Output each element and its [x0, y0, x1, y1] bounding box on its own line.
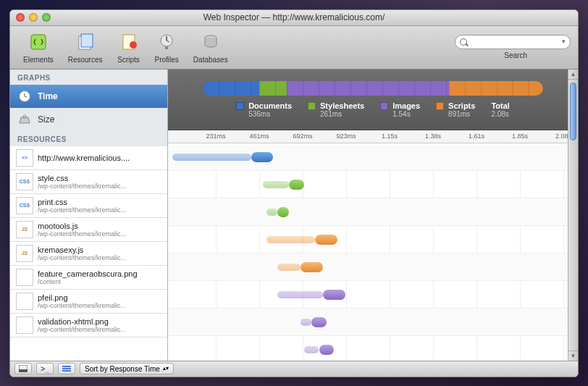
resource-name: style.css — [38, 174, 126, 182]
response-bar — [319, 345, 335, 355]
traffic-lights — [16, 13, 51, 22]
resource-item[interactable]: validation-xhtml.png /wp-content/themes/… — [10, 314, 167, 337]
resource-name: validation-xhtml.png — [38, 317, 126, 326]
elements-tab[interactable]: Elements — [17, 29, 59, 65]
timeline-row[interactable] — [168, 309, 578, 336]
search-label: Search — [504, 51, 527, 59]
scroll-up-icon[interactable]: ▲ — [568, 70, 578, 80]
profiles-tab[interactable]: Profiles — [149, 29, 185, 65]
resource-item[interactable]: JS mootools.js /wp-content/themes/kremal… — [10, 218, 167, 242]
minimize-button[interactable] — [29, 13, 38, 22]
list-view-button[interactable] — [58, 363, 75, 374]
legend-item: Images 1.54s — [380, 101, 420, 118]
ruler-tick: 231ms — [206, 133, 225, 140]
legend-item: Scripts 891ms — [436, 101, 475, 118]
legend-item: Documents 536ms — [236, 101, 292, 118]
resource-path: /wp-content/themes/kremalic... — [38, 206, 126, 214]
timeline[interactable] — [168, 143, 578, 361]
svg-rect-8 — [165, 46, 168, 49]
ruler-tick: 461ms — [249, 133, 269, 140]
response-bar — [323, 290, 345, 300]
console-button[interactable]: >_ — [36, 363, 54, 374]
response-bar — [301, 262, 323, 272]
inspector-window: Web Inspector — http://www.kremalicious.… — [9, 9, 579, 377]
response-bar — [315, 235, 337, 245]
resource-path: /wp-content/themes/kremalic... — [38, 254, 126, 261]
sidebar-item-size[interactable]: Size — [10, 108, 167, 131]
response-bar — [289, 180, 304, 190]
summary-segment — [259, 81, 287, 96]
content: Documents 536ms Stylesheets 261ms Images… — [168, 70, 578, 361]
elements-icon — [27, 30, 50, 54]
resource-name: print.css — [38, 198, 126, 206]
ruler-tick: 1.85s — [512, 133, 528, 140]
resource-item[interactable]: CSS style.css /wp-content/themes/kremali… — [10, 170, 167, 194]
search-input[interactable]: ▾ — [455, 35, 571, 49]
vertical-scrollbar[interactable]: ▲ ▼ — [568, 70, 578, 361]
timeline-row[interactable] — [168, 198, 578, 226]
scroll-down-icon[interactable]: ▼ — [568, 351, 578, 361]
main: GRAPHS Time Size RESOURCES <> http://www… — [10, 70, 578, 361]
legend-value: 891ms — [448, 110, 475, 118]
clock-icon — [17, 89, 32, 104]
timeline-row[interactable] — [168, 253, 578, 281]
resource-path: /wp-content/themes/kremalic... — [38, 326, 126, 333]
databases-tab[interactable]: Databases — [188, 29, 234, 65]
sort-selector[interactable]: Sort by Response Time ▴▾ — [80, 363, 174, 374]
legend-name: Scripts — [448, 101, 475, 110]
svg-point-4 — [130, 41, 137, 49]
file-icon — [16, 269, 33, 286]
resources-tab[interactable]: Resources — [62, 29, 109, 65]
timeline-row[interactable] — [168, 336, 578, 361]
legend-name: Documents — [248, 101, 292, 110]
ruler-tick: 1.15s — [382, 133, 398, 140]
svg-rect-2 — [81, 34, 93, 47]
timeline-row[interactable] — [168, 226, 578, 253]
close-button[interactable] — [16, 13, 25, 22]
timeline-row[interactable] — [168, 143, 578, 171]
svg-rect-15 — [19, 369, 28, 372]
legend-item: Stylesheets 261ms — [308, 101, 364, 118]
legend-swatch — [236, 102, 244, 110]
zoom-button[interactable] — [42, 13, 51, 22]
resource-item[interactable]: JS kremasexy.js /wp-content/themes/krema… — [10, 242, 167, 266]
resources-label: Resources — [68, 56, 103, 64]
file-icon: <> — [16, 149, 33, 167]
svg-rect-0 — [31, 35, 46, 49]
legend-swatch — [380, 102, 388, 110]
file-icon: CSS — [16, 197, 33, 214]
scroll-thumb[interactable] — [570, 83, 576, 140]
file-icon: CSS — [16, 173, 33, 190]
resource-item[interactable]: <> http://www.kremalicious.... — [10, 146, 167, 170]
timeline-row[interactable] — [168, 171, 578, 198]
resource-name: mootools.js — [38, 222, 126, 230]
weight-icon — [17, 112, 32, 127]
sidebar: GRAPHS Time Size RESOURCES <> http://www… — [10, 70, 168, 361]
resource-name: pfeil.png — [38, 293, 126, 302]
databases-label: Databases — [193, 56, 228, 64]
timeline-row[interactable] — [168, 281, 578, 309]
legend-swatch — [308, 102, 316, 110]
scripts-tab[interactable]: Scripts — [112, 29, 146, 65]
ruler-tick: 1.61s — [469, 133, 484, 140]
size-label: Size — [38, 114, 54, 125]
file-icon — [16, 316, 33, 334]
file-icon — [16, 293, 33, 310]
resource-item[interactable]: pfeil.png /wp-content/themes/kremalic... — [10, 290, 167, 314]
resource-item[interactable]: CSS print.css /wp-content/themes/kremali… — [10, 194, 167, 218]
toolbar: Elements Resources Scripts Profiles Data… — [10, 26, 578, 70]
statusbar: >_ Sort by Response Time ▴▾ — [10, 361, 578, 377]
response-bar — [251, 152, 273, 162]
databases-icon — [199, 30, 222, 54]
sidebar-item-time[interactable]: Time — [10, 85, 167, 108]
latency-bar — [266, 209, 278, 216]
dock-button[interactable] — [14, 363, 32, 374]
legend-value: 1.54s — [392, 110, 420, 118]
profiles-icon — [155, 30, 178, 54]
summary-segment — [287, 81, 449, 96]
time-ruler: 231ms461ms692ms923ms1.15s1.38s1.61s1.85s… — [168, 130, 578, 143]
legend-name: Images — [392, 101, 420, 110]
response-bar — [277, 207, 289, 217]
resource-item[interactable]: feature_cameraobscura.png /content — [10, 266, 167, 290]
summary-panel: Documents 536ms Stylesheets 261ms Images… — [168, 70, 578, 130]
